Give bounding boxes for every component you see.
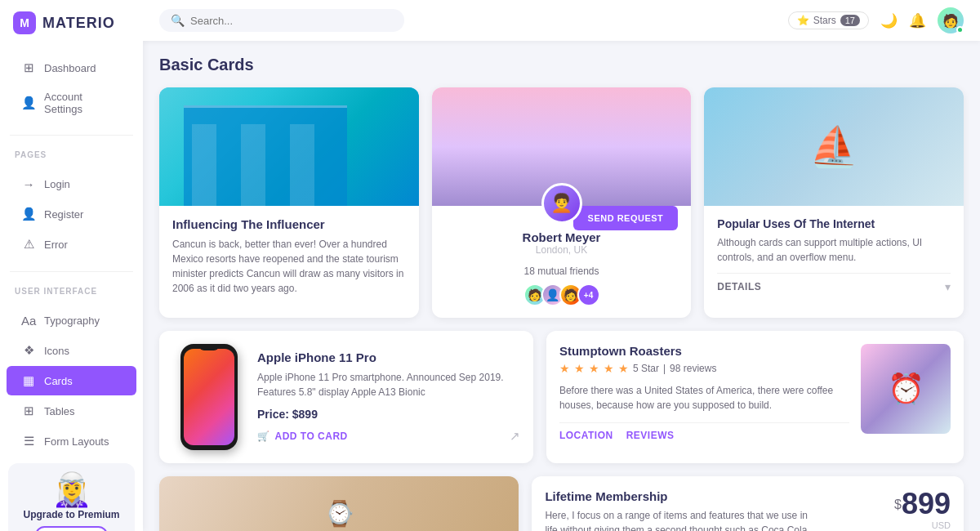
- lifetime-info: Lifetime Membership Here, I focus on a r…: [545, 489, 822, 531]
- star-1: ★: [559, 362, 570, 375]
- stars-badge[interactable]: ⭐ Stars 17: [788, 11, 869, 29]
- iphone-screen: [184, 349, 234, 445]
- card-stumptown: Stumptown Roasters ★ ★ ★ ★ ★ 5 Star | 98…: [546, 331, 964, 463]
- theme-icon[interactable]: 🌙: [880, 12, 898, 29]
- iphone-notch: [199, 344, 219, 350]
- icons-icon: ❖: [21, 343, 36, 358]
- lifetime-price-box: $899 USD UPGRADE TO PRO: [834, 489, 951, 531]
- iphone-image-box: [172, 344, 246, 450]
- search-icon: 🔍: [171, 14, 185, 27]
- card-iphone-price: Price: $899: [257, 408, 520, 421]
- sidebar-logo: M MATERIO: [0, 0, 143, 46]
- review-separator: |: [663, 363, 666, 374]
- card-popular: ⛵ Popular Uses Of The Internet Although …: [704, 87, 964, 318]
- price-amount: 899: [902, 487, 951, 520]
- sidebar-item-account-settings[interactable]: 👤 Account Settings: [7, 83, 136, 123]
- card-popular-text: Although cards can support multiple acti…: [717, 235, 951, 265]
- card-influencer-title: Influencing The Influencer: [172, 217, 406, 231]
- notifications-icon[interactable]: 🔔: [909, 12, 926, 29]
- stumptown-actions: LOCATION REVIEWS: [559, 422, 849, 441]
- building-graphic: [159, 87, 419, 206]
- iphone-shape: [180, 344, 238, 450]
- watch-icon: ⌚: [324, 499, 354, 528]
- sidebar-item-tables[interactable]: ⊞ Tables: [7, 396, 136, 426]
- card-stumptown-body: Stumptown Roasters ★ ★ ★ ★ ★ 5 Star | 98…: [546, 331, 964, 454]
- sidebar-main-nav: ⊞ Dashboard 👤 Account Settings: [0, 46, 143, 130]
- search-box[interactable]: 🔍: [159, 9, 404, 32]
- add-to-card-label: ADD TO CARD: [275, 431, 348, 442]
- dashboard-icon: ⊞: [21, 60, 36, 75]
- typography-icon: Aa: [21, 314, 36, 328]
- paper-boat-icon: ⛵: [809, 124, 858, 170]
- reviews-count: 98 reviews: [670, 363, 716, 374]
- card-lifetime: Lifetime Membership Here, I focus on a r…: [532, 476, 964, 531]
- card-iphone: Apple iPhone 11 Pro Apple iPhone 11 Pro …: [159, 331, 533, 463]
- divider-pages: [10, 135, 133, 136]
- lifetime-price: $899: [894, 489, 951, 519]
- card-arm-image: ⌚: [159, 476, 519, 531]
- sidebar-item-error[interactable]: ⚠ Error: [7, 230, 136, 259]
- details-link[interactable]: DETAILS: [717, 281, 761, 292]
- send-request-button[interactable]: SEND REQUEST: [573, 206, 679, 230]
- upgrade-avatar-icon: 🧝‍♀️: [16, 473, 127, 506]
- card-robert-name: Robert Meyer: [445, 230, 679, 244]
- star-3: ★: [589, 362, 599, 375]
- card-influencer-body: Influencing The Influencer Cancun is bac…: [159, 206, 419, 307]
- stars-label: Stars: [813, 15, 836, 26]
- card-lifetime-text: Here, I focus on a range of items and fe…: [545, 508, 822, 531]
- card-popular-title: Popular Uses Of The Internet: [717, 217, 951, 230]
- forms-icon: ☰: [21, 434, 36, 448]
- avatar[interactable]: 🧑: [938, 7, 964, 33]
- card-stumptown-title: Stumptown Roasters: [559, 344, 849, 358]
- sidebar-item-form-layouts[interactable]: ☰ Form Layouts: [7, 426, 136, 456]
- cards-icon: ▦: [21, 373, 36, 388]
- sidebar-item-cards[interactable]: ▦ Cards: [7, 366, 136, 395]
- logo-text: MATERIO: [42, 15, 115, 32]
- card-influencer-image: [159, 87, 419, 206]
- topbar: 🔍 ⭐ Stars 17 🌙 🔔 🧑: [143, 0, 980, 41]
- card-popular-image: ⛵: [704, 87, 964, 206]
- sidebar-item-typography[interactable]: Aa Typography: [7, 306, 136, 335]
- share-icon[interactable]: ↗: [510, 429, 520, 444]
- divider-ui: [10, 271, 133, 272]
- register-icon: 👤: [21, 207, 36, 221]
- price-currency: $: [894, 498, 902, 511]
- page-title: Basic Cards: [159, 56, 964, 74]
- sidebar-item-icons[interactable]: ❖ Icons: [7, 336, 136, 365]
- sidebar-item-label: Dashboard: [44, 62, 96, 74]
- sidebar-item-label: Login: [44, 178, 70, 190]
- sidebar-item-login[interactable]: → Login: [7, 170, 136, 199]
- logo-icon: M: [13, 11, 36, 34]
- location-link[interactable]: LOCATION: [559, 430, 613, 441]
- upgrade-title: Upgrade to Premium: [16, 509, 127, 520]
- star-5: ★: [618, 362, 629, 375]
- sidebar-item-label: Tables: [44, 405, 75, 417]
- stumptown-info: Stumptown Roasters ★ ★ ★ ★ ★ 5 Star | 98…: [559, 344, 849, 441]
- cards-row-2: Apple iPhone 11 Pro Apple iPhone 11 Pro …: [159, 331, 964, 463]
- cart-icon: 🛒: [257, 431, 270, 442]
- sidebar-item-label: Cards: [44, 375, 73, 387]
- error-icon: ⚠: [21, 237, 36, 252]
- card-stumptown-text: Before there was a United States of Amer…: [559, 383, 849, 413]
- main-area: 🔍 ⭐ Stars 17 🌙 🔔 🧑 Basic Cards: [143, 0, 980, 531]
- sidebar-item-register[interactable]: 👤 Register: [7, 199, 136, 229]
- cards-row-3: ⌚ Lifetime Membership Here, I focus on a…: [159, 476, 964, 531]
- card-iphone-text: Apple iPhone 11 Pro smartphone. Announce…: [257, 370, 520, 399]
- price-unit: USD: [932, 520, 951, 530]
- sidebar-pages-nav: → Login 👤 Register ⚠ Error: [0, 163, 143, 266]
- section-label-pages: PAGES: [0, 141, 143, 163]
- search-input[interactable]: [190, 15, 393, 27]
- sidebar-item-dashboard[interactable]: ⊞ Dashboard: [7, 53, 136, 83]
- reviews-link[interactable]: REVIEWS: [626, 430, 675, 441]
- star-4: ★: [604, 362, 614, 375]
- friend-avatars: 🧑 👤 🧑 +4: [445, 283, 679, 306]
- upgrade-box: 🧝‍♀️ Upgrade to Premium UPGRADE: [8, 463, 135, 531]
- card-iphone-actions: 🛒 ADD TO CARD ↗: [257, 429, 520, 444]
- card-lifetime-title: Lifetime Membership: [545, 489, 822, 503]
- upgrade-button[interactable]: UPGRADE: [35, 526, 108, 531]
- star-2: ★: [574, 362, 585, 375]
- content-area: Basic Cards Influencing The Influencer C…: [143, 41, 980, 531]
- card-popular-details-row: DETAILS ▾: [717, 273, 951, 293]
- add-to-card-button[interactable]: 🛒 ADD TO CARD: [257, 431, 348, 442]
- topbar-right: ⭐ Stars 17 🌙 🔔 🧑: [788, 7, 964, 33]
